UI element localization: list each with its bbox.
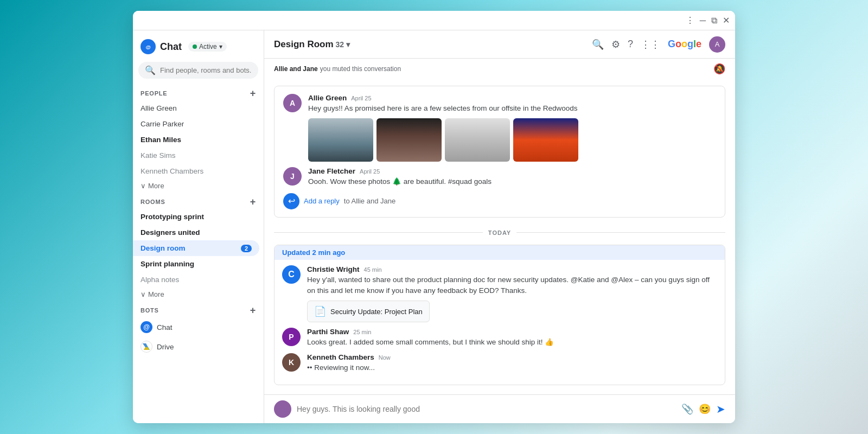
mute-icon[interactable]: 🔕 [713, 63, 725, 75]
sidebar-item-prototyping[interactable]: Prototyping sprint [133, 209, 259, 225]
doc-attachment[interactable]: 📄 Secuirty Update: Project Plan [307, 301, 430, 322]
avatar-jane: J [283, 167, 302, 186]
sidebar-item-drive-bot[interactable]: Drive [133, 337, 259, 356]
settings-icon[interactable]: ⚙ [611, 39, 620, 50]
sidebar-item-ethan[interactable]: Ethan Miles [133, 132, 259, 148]
photo-2[interactable] [376, 118, 442, 162]
reply-row[interactable]: ↩ Add a reply to Allie and Jane [283, 193, 716, 209]
sender-jane: Jane Fletcher [308, 167, 355, 175]
send-icon[interactable]: ➤ [716, 403, 725, 416]
message-christie: C Christie Wright 45 min Hey y'all, want… [282, 265, 717, 323]
add-bot-button[interactable]: + [250, 305, 256, 315]
sender-christie: Christie Wright [307, 265, 360, 273]
room-chevron-icon[interactable]: ▾ [346, 40, 350, 49]
carrie-name: Carrie Parker [141, 120, 184, 128]
msg-header-jane: Jane Fletcher April 25 [308, 167, 716, 175]
status-pill[interactable]: Active ▾ [188, 42, 227, 52]
emoji-icon[interactable]: 😊 [699, 403, 711, 415]
maximize-icon[interactable]: ⧉ [711, 16, 717, 25]
compose-input[interactable] [297, 405, 676, 413]
search-icon: 🔍 [145, 65, 156, 75]
reply-link[interactable]: Add a reply [304, 197, 340, 205]
sidebar-item-alpha[interactable]: Alpha notes [133, 272, 259, 288]
msg-content-christie: Christie Wright 45 min Hey y'all, wanted… [307, 265, 717, 323]
bots-label: BOTS [141, 307, 159, 314]
sidebar-item-designers[interactable]: Designers united [133, 225, 259, 240]
muted-bar: Allie and Jane you muted this conversati… [264, 59, 735, 79]
search-header-icon[interactable]: 🔍 [592, 39, 604, 50]
search-input[interactable] [160, 66, 252, 74]
avatar-kenneth: K [282, 353, 301, 372]
more-icon[interactable]: ⋮ [686, 15, 694, 25]
avatar-allie: A [283, 94, 302, 112]
help-icon[interactable]: ? [628, 39, 633, 50]
add-room-button[interactable]: + [250, 197, 256, 207]
sidebar-item-katie[interactable]: Katie Sims [133, 148, 259, 163]
svg-text:@: @ [146, 44, 151, 50]
people-more-label: More [148, 182, 164, 190]
chevron-down-rooms-icon: ∨ [141, 290, 146, 298]
attach-icon[interactable]: 📎 [681, 403, 693, 415]
text-christie: Hey y'all, wanted to share out the produ… [307, 275, 717, 297]
today-divider: TODAY [274, 224, 725, 241]
sender-kenneth: Kenneth Chambers [307, 353, 374, 361]
photo-4[interactable] [513, 118, 578, 162]
room-count: 32 [336, 40, 344, 49]
sidebar-item-design-room[interactable]: Design room 2 [133, 240, 259, 256]
search-bar[interactable]: 🔍 [138, 62, 258, 79]
add-person-button[interactable]: + [250, 88, 256, 98]
message-allie: A Allie Green April 25 Hey guys!! As pro… [283, 94, 716, 162]
sidebar-item-allie[interactable]: Allie Green [133, 100, 259, 116]
status-dot [193, 44, 197, 49]
sidebar-item-kenneth[interactable]: Kenneth Chambers [133, 163, 259, 179]
sidebar-header: @ Chat Active ▾ [133, 30, 264, 59]
sidebar-item-carrie[interactable]: Carrie Parker [133, 116, 259, 132]
today-messages: C Christie Wright 45 min Hey y'all, want… [275, 260, 725, 385]
people-label: PEOPLE [141, 90, 167, 97]
design-room-name: Design room [141, 244, 186, 252]
room-title: Design Room 32 ▾ [274, 39, 350, 50]
people-more[interactable]: ∨ More [133, 179, 264, 193]
room-name: Design Room [274, 39, 334, 50]
msg-header-parthi: Parthi Shaw 25 min [307, 328, 717, 336]
text-jane: Oooh. Wow these photos 🌲 are beautiful. … [308, 176, 716, 187]
photos-row [308, 118, 716, 162]
close-icon[interactable]: ✕ [723, 15, 730, 25]
photo-3[interactable] [445, 118, 510, 162]
photo-1[interactable] [308, 118, 373, 162]
compose-bar: 📎 😊 ➤ [264, 394, 735, 423]
people-section-header: PEOPLE + [133, 84, 264, 100]
user-avatar[interactable]: A [709, 36, 725, 53]
header-actions: 🔍 ⚙ ? ⋮⋮ Google A [592, 36, 725, 53]
chat-bot-icon: @ [141, 321, 152, 333]
chat-bot-name: Chat [157, 323, 173, 331]
time-kenneth: Now [379, 354, 391, 361]
title-bar: ⋮ ─ ⧉ ✕ [133, 11, 735, 30]
msg-content-jane: Jane Fletcher April 25 Oooh. Wow these p… [308, 167, 716, 187]
chat-area[interactable]: Allie and Jane you muted this conversati… [264, 59, 735, 394]
apps-icon[interactable]: ⋮⋮ [641, 39, 660, 50]
sender-parthi: Parthi Shaw [307, 328, 349, 336]
chevron-down-icon: ∨ [141, 182, 146, 190]
doc-icon: 📄 [314, 305, 326, 317]
avatar-parthi: P [282, 328, 301, 346]
rooms-more[interactable]: ∨ More [133, 288, 264, 301]
sidebar-item-chat-bot[interactable]: @ Chat [133, 317, 259, 337]
today-section: Updated 2 min ago C Christie Wright 45 m… [274, 245, 725, 385]
minimize-icon[interactable]: ─ [700, 16, 706, 25]
designers-name: Designers united [141, 228, 200, 237]
status-chevron: ▾ [219, 43, 222, 50]
status-label: Active [199, 43, 217, 50]
bots-section-header: BOTS + [133, 301, 264, 317]
allie-name: Allie Green [141, 104, 177, 112]
reply-to: to Allie and Jane [344, 197, 395, 205]
muted-names: Allie and Jane [274, 65, 318, 73]
sidebar-item-sprint[interactable]: Sprint planning [133, 256, 259, 272]
time-christie: 45 min [364, 266, 382, 273]
rooms-more-label: More [148, 290, 164, 298]
prototyping-name: Prototyping sprint [141, 213, 204, 221]
message-parthi: P Parthi Shaw 25 min Looks great. I adde… [282, 328, 717, 348]
updated-text: Updated 2 min ago [282, 248, 345, 257]
text-parthi: Looks great. I added some small comments… [307, 337, 717, 348]
doc-name: Secuirty Update: Project Plan [330, 308, 423, 316]
